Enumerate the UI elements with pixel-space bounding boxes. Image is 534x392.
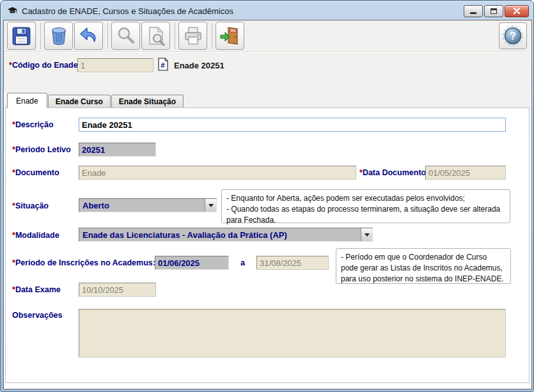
documento-label: *Documento — [12, 168, 59, 177]
exit-button[interactable]: EXIT — [216, 22, 244, 50]
search-document-button[interactable] — [141, 22, 170, 50]
modalidade-label: *Modalidade — [12, 231, 59, 240]
exit-door-icon: EXIT — [220, 26, 240, 46]
help-button[interactable]: ? — [499, 22, 527, 49]
inscricoes-note: - Período em que o Coordenador de Curso … — [336, 248, 511, 284]
svg-text:EXIT: EXIT — [230, 30, 236, 33]
descricao-input[interactable] — [79, 118, 506, 132]
undo-icon — [79, 26, 99, 46]
periodo-letivo-label: *Periodo Letivo — [12, 145, 71, 154]
data-exame-input — [79, 283, 156, 297]
inscricoes-from-input[interactable] — [155, 256, 229, 270]
close-icon — [513, 8, 521, 14]
record-caption: Enade 20251 — [174, 61, 224, 70]
minimize-button[interactable] — [464, 5, 483, 17]
titlebar: Cadastro de ENADE, Cursos e Situações de… — [5, 3, 529, 19]
codigo-enade-label: *Código do Enade — [9, 61, 78, 70]
inscricoes-label: *Período de Inscrições no Academus: — [12, 258, 155, 267]
save-button[interactable] — [7, 22, 36, 50]
tab-enade-situacao[interactable]: Enade Situação — [111, 95, 184, 107]
codigo-enade-input — [77, 58, 153, 72]
maximize-button[interactable] — [484, 5, 503, 17]
chevron-down-icon — [205, 199, 216, 212]
tab-enade-curso[interactable]: Enade Curso — [48, 95, 111, 107]
toolbar: EXIT — [4, 20, 531, 52]
periodo-letivo-input[interactable] — [79, 143, 156, 157]
client-area: EXIT — [3, 20, 532, 389]
descricao-label: *Descrição — [12, 120, 54, 129]
data-documento-label: *Data Documento — [359, 168, 426, 177]
number-lookup-icon: # — [157, 58, 169, 71]
data-documento-input — [425, 166, 506, 180]
search-button[interactable] — [111, 22, 140, 50]
codigo-lookup-button[interactable]: # — [157, 58, 169, 74]
documento-input — [79, 166, 356, 180]
delete-button[interactable] — [44, 22, 73, 50]
observacoes-textarea[interactable] — [79, 309, 506, 357]
app-window: Cadastro de ENADE, Cursos e Situações de… — [0, 0, 534, 392]
tab-enade[interactable]: Enade — [7, 93, 47, 108]
maximize-icon — [491, 8, 497, 14]
graduation-cap-icon — [7, 6, 18, 16]
document-search-icon — [146, 26, 166, 46]
help-icon: ? — [501, 24, 524, 47]
window-title: Cadastro de ENADE, Cursos e Situações de… — [22, 6, 233, 16]
header-band: *Código do Enade # Enade 20251 — [4, 52, 531, 93]
toolbar-separator — [175, 22, 175, 49]
toolbar-separator — [107, 22, 108, 49]
svg-text:#: # — [161, 61, 165, 69]
tabpage-enade: *Descrição *Periodo Letivo *Documento *D… — [5, 107, 530, 383]
situacao-label: *Situação — [12, 201, 49, 210]
situacao-select[interactable]: Aberto — [79, 198, 217, 212]
inscricoes-separator: a — [240, 258, 245, 267]
minimize-icon — [470, 12, 476, 14]
tabstrip: Enade Enade Curso Enade Situação — [5, 92, 530, 107]
toolbar-separator — [212, 22, 212, 49]
chevron-down-icon — [361, 228, 372, 241]
toolbar-separator — [40, 22, 41, 49]
modalidade-select[interactable]: Enade das Licenciaturas - Avaliação da P… — [79, 228, 373, 242]
undo-button[interactable] — [74, 22, 103, 50]
data-exame-label: *Data Exame — [12, 285, 61, 294]
inscricoes-to-input — [256, 256, 329, 270]
trash-icon — [49, 26, 69, 46]
search-icon — [116, 26, 136, 46]
print-button[interactable] — [178, 22, 207, 50]
situacao-note: - Enquanto for Aberta, ações podem ser e… — [221, 189, 510, 223]
svg-text:?: ? — [510, 31, 516, 42]
close-button[interactable] — [505, 5, 529, 17]
save-icon — [11, 26, 32, 47]
print-icon — [183, 26, 203, 46]
observacoes-label: Observações — [12, 311, 63, 320]
